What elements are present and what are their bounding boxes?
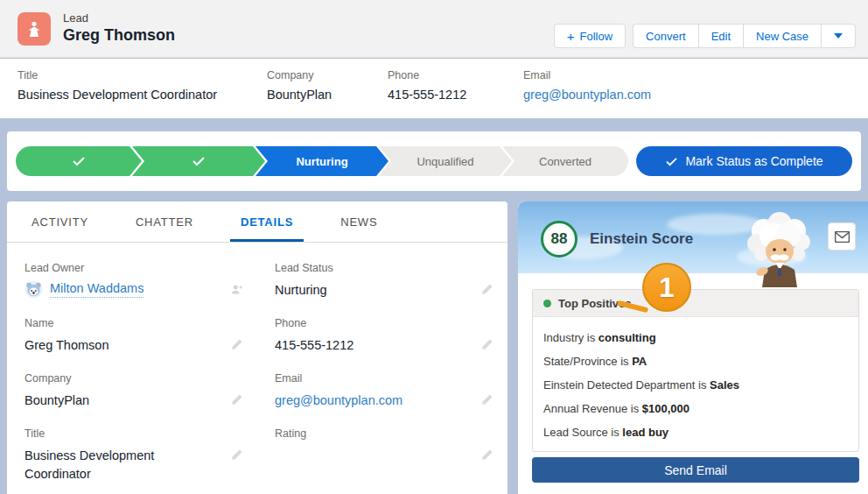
envelope-icon	[835, 231, 850, 243]
annotation-badge-1: 1	[642, 263, 691, 312]
plus-icon: +	[567, 30, 575, 43]
tab-news[interactable]: NEWS	[340, 201, 377, 242]
sales-path: Nurturing Unqualified Converted Mark Sta…	[7, 131, 861, 191]
path-stage-2-complete[interactable]	[132, 146, 265, 176]
convert-button[interactable]: Convert	[633, 24, 698, 48]
tab-bar: ACTIVITY CHATTER DETAILS NEWS	[7, 201, 508, 243]
new-case-button[interactable]: New Case	[743, 24, 821, 48]
path-stages: Nurturing Unqualified Converted	[16, 146, 628, 176]
check-icon	[192, 154, 206, 168]
path-stage-converted[interactable]: Converted	[502, 146, 628, 176]
change-owner-icon[interactable]	[230, 283, 243, 300]
email-link[interactable]: greg@bountyplan.com	[275, 393, 402, 407]
record-name: Greg Thomson	[63, 26, 175, 45]
record-detail-card: ACTIVITY CHATTER DETAILS NEWS Lead Owner	[7, 201, 508, 494]
field-rating: Rating	[275, 420, 513, 494]
highlights-panel: Title Business Development Coordinator C…	[0, 59, 868, 118]
send-email-button[interactable]: Send Email	[532, 457, 859, 483]
edit-pencil-icon[interactable]	[231, 393, 243, 409]
einstein-score-badge: 88	[541, 221, 578, 258]
header-actions: + Follow Convert Edit New Case	[554, 24, 856, 48]
edit-pencil-icon[interactable]	[231, 338, 243, 354]
follow-button[interactable]: + Follow	[554, 24, 626, 48]
highlight-company: Company BountyPlan	[267, 69, 332, 102]
mark-status-complete-button[interactable]: Mark Status as Complete	[636, 146, 852, 176]
positive-item: Industry is consulting	[543, 326, 848, 349]
chevron-down-icon	[834, 33, 843, 39]
send-email-icon-button[interactable]	[828, 222, 856, 251]
top-positives-panel: Top Positives Industry is consulting Sta…	[532, 289, 859, 452]
field-title: Title Business Development Coordinator	[24, 420, 262, 494]
positive-item: Einstein Detected Department is Sales	[543, 373, 848, 397]
positive-dot-icon	[543, 300, 551, 307]
path-stage-nurturing[interactable]: Nurturing	[256, 146, 388, 176]
edit-pencil-icon[interactable]	[481, 448, 494, 464]
path-stage-unqualified[interactable]: Unqualified	[379, 146, 512, 176]
tab-activity[interactable]: ACTIVITY	[32, 201, 88, 242]
record-header: Lead Greg Thomson + Follow Convert Edit …	[0, 0, 868, 58]
action-button-group: Convert Edit New Case	[633, 24, 856, 48]
path-stage-1-complete[interactable]	[16, 146, 142, 176]
lead-owner-link[interactable]: Milton Waddams	[50, 281, 144, 298]
edit-pencil-icon[interactable]	[481, 393, 494, 409]
edit-button[interactable]: Edit	[698, 24, 743, 48]
field-phone: Phone 415-555-1212	[275, 310, 513, 365]
edit-pencil-icon[interactable]	[481, 283, 494, 299]
einstein-score-title: Einstein Score	[590, 230, 693, 248]
field-company: Company BountyPlan	[24, 365, 262, 420]
lead-object-icon	[18, 12, 51, 46]
edit-pencil-icon[interactable]	[481, 338, 494, 354]
tab-chatter[interactable]: CHATTER	[136, 201, 193, 242]
owner-avatar	[24, 280, 43, 299]
edit-pencil-icon[interactable]	[231, 448, 243, 464]
field-email: Email greg@bountyplan.com	[275, 365, 513, 420]
entity-label: Lead	[63, 11, 88, 25]
more-actions-button[interactable]	[821, 24, 856, 48]
einstein-score-card: 88 Einstein Score	[518, 201, 868, 494]
email-link[interactable]: greg@bountyplan.com	[523, 88, 651, 102]
lead-person-icon	[24, 18, 45, 39]
positive-item: State/Province is PA	[543, 349, 848, 373]
field-name: Name Greg Thomson	[24, 310, 262, 365]
detail-fields: Lead Owner Milton Waddams	[7, 243, 508, 494]
highlight-phone: Phone 415-555-1212	[388, 69, 466, 102]
field-lead-owner: Lead Owner Milton Waddams	[24, 255, 262, 310]
positive-item: Lead Source is lead buy	[543, 420, 848, 444]
highlight-email: Email greg@bountyplan.com	[523, 69, 651, 102]
check-icon	[72, 154, 86, 168]
top-positives-header: Top Positives	[533, 290, 858, 317]
tab-details[interactable]: DETAILS	[241, 201, 293, 242]
lead-record-page: Lead Greg Thomson + Follow Convert Edit …	[0, 0, 868, 494]
highlight-title: Title Business Development Coordinator	[18, 69, 217, 102]
check-icon	[665, 155, 678, 168]
positive-item: Annual Revenue is $100,000	[543, 397, 848, 420]
einstein-mascot-illustration	[739, 212, 820, 291]
field-lead-status: Lead Status Nurturing	[275, 255, 513, 310]
